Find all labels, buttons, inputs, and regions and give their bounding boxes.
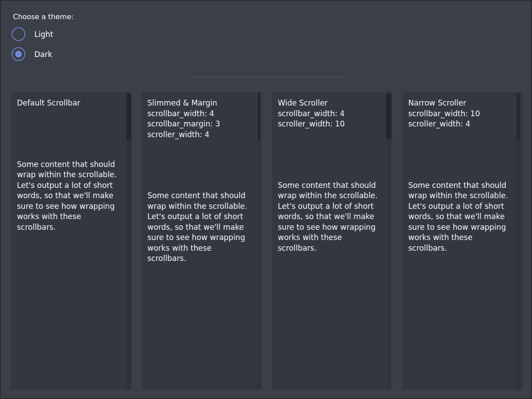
radio-dot-icon xyxy=(15,51,22,57)
app-root: Choose a theme: Light Dark Default Scrol… xyxy=(0,0,532,399)
scrollable-slimmed-margin[interactable]: Slimmed & Margin scrollbar_width: 4 scro… xyxy=(142,92,262,390)
column-config-line: scrollbar_width: 10 xyxy=(408,109,517,119)
column-config-line: scrollbar_width: 4 xyxy=(147,109,256,119)
scrollable-default[interactable]: Default Scrollbar Some content that shou… xyxy=(11,92,131,390)
radio-option-light[interactable]: Light xyxy=(12,27,53,41)
vertical-scrollbar-thumb[interactable] xyxy=(126,93,131,140)
radio-circle-icon xyxy=(12,27,25,41)
column-title-block: Slimmed & Margin scrollbar_width: 4 scro… xyxy=(147,98,256,140)
vertical-scrollbar-thumb[interactable] xyxy=(258,93,260,140)
radio-circle-icon xyxy=(12,47,25,61)
column-title: Narrow Scroller xyxy=(408,98,517,109)
vertical-scrollbar-thumb[interactable] xyxy=(517,93,520,140)
column-title-block: Narrow Scroller scrollbar_width: 10 scro… xyxy=(408,98,517,130)
radio-label-light: Light xyxy=(34,30,53,39)
column-config-line: scrollbar_margin: 3 xyxy=(147,119,256,130)
vertical-scrollbar-thumb[interactable] xyxy=(386,93,391,140)
theme-chooser: Choose a theme: Light Dark xyxy=(13,12,73,21)
column-title: Default Scrollbar xyxy=(17,98,126,109)
column-config-line: scroller_width: 4 xyxy=(408,119,517,130)
column-config-line: scroller_width: 10 xyxy=(278,119,386,130)
column-content: Some content that should wrap within the… xyxy=(408,180,512,254)
column-content: Some content that should wrap within the… xyxy=(17,159,120,233)
column-content: Some content that should wrap within the… xyxy=(278,180,381,254)
radio-label-dark: Dark xyxy=(34,50,52,59)
radio-option-dark[interactable]: Dark xyxy=(12,47,52,61)
column-config-line: scrollbar_width: 4 xyxy=(278,109,386,119)
theme-chooser-label: Choose a theme: xyxy=(13,12,73,21)
scrollable-columns-row: Default Scrollbar Some content that shou… xyxy=(11,92,523,390)
scrollable-narrow-scroller[interactable]: Narrow Scroller scrollbar_width: 10 scro… xyxy=(402,92,523,390)
column-content: Some content that should wrap within the… xyxy=(147,191,251,264)
scrollable-wide-scroller[interactable]: Wide Scroller scrollbar_width: 4 scrolle… xyxy=(272,92,392,390)
column-title-block: Default Scrollbar xyxy=(17,98,126,109)
column-config-line: scroller_width: 4 xyxy=(147,130,256,140)
divider xyxy=(191,77,344,77)
column-title: Wide Scroller xyxy=(278,98,386,109)
column-title-block: Wide Scroller scrollbar_width: 4 scrolle… xyxy=(278,98,386,130)
column-title: Slimmed & Margin xyxy=(147,98,256,109)
